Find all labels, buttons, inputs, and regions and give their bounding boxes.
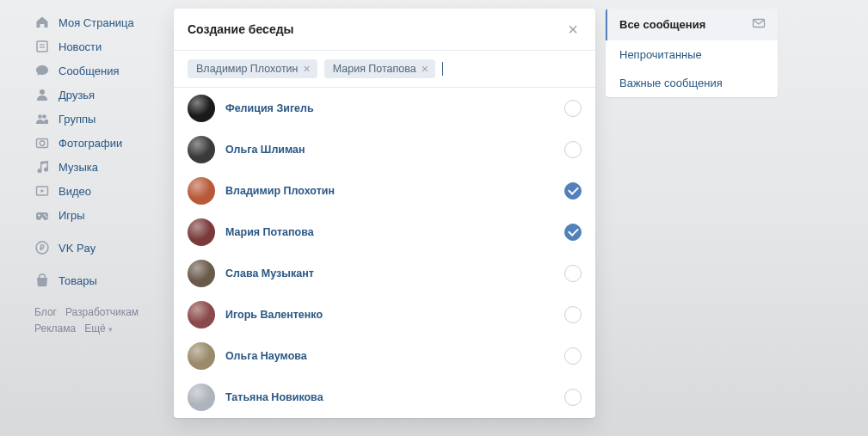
footer-ads[interactable]: Реклама xyxy=(34,322,76,335)
filter-item[interactable]: Все сообщения xyxy=(606,9,778,40)
friend-row[interactable]: Ольга Наумова xyxy=(174,335,595,377)
friend-checkbox[interactable] xyxy=(564,100,582,117)
chip-label: Мария Потапова xyxy=(333,63,416,75)
filter-item[interactable]: Важные сообщения xyxy=(606,69,778,97)
modal-header: Создание беседы × xyxy=(174,9,595,51)
friend-checkbox[interactable] xyxy=(564,347,582,365)
nav-item-friends[interactable]: Друзья xyxy=(34,83,163,107)
nav-label: Группы xyxy=(58,113,95,126)
photos-icon xyxy=(34,135,50,150)
mail-icon xyxy=(752,16,766,33)
friend-checkbox[interactable] xyxy=(564,224,582,241)
nav-label: Сообщения xyxy=(58,64,120,77)
svg-point-3 xyxy=(40,89,45,95)
friend-checkbox[interactable] xyxy=(564,265,582,282)
groups-icon xyxy=(34,111,50,126)
music-icon xyxy=(34,159,50,175)
chip-remove-icon[interactable]: × xyxy=(304,63,311,75)
friend-checkbox[interactable] xyxy=(564,306,582,323)
nav-item-photos[interactable]: Фотографии xyxy=(34,131,163,155)
avatar xyxy=(188,177,215,205)
friend-name: Игорь Валентенко xyxy=(225,309,554,321)
nav-label: Игры xyxy=(58,209,85,222)
nav-label: Товары xyxy=(58,274,97,287)
games-icon xyxy=(34,207,50,223)
avatar xyxy=(188,260,215,287)
messages-icon xyxy=(34,63,50,78)
home-icon xyxy=(34,15,50,30)
avatar xyxy=(188,342,215,370)
footer-links: Блог Разработчикам Реклама Ещё▾ xyxy=(34,304,163,337)
nav-market[interactable]: Товары xyxy=(34,268,163,292)
sidebar-nav: Моя СтраницаНовостиСообщенияДрузьяГруппы… xyxy=(34,9,163,418)
filter-item[interactable]: Непрочитанные xyxy=(606,40,778,69)
filter-label: Непрочитанные xyxy=(619,48,702,61)
friend-row[interactable]: Слава Музыкант xyxy=(174,253,595,294)
nav-label: Новости xyxy=(58,40,102,53)
nav-label: Музыка xyxy=(58,161,98,174)
friend-name: Фелиция Зигель xyxy=(225,102,554,114)
create-chat-modal: Создание беседы × Владимир Плохотин×Мари… xyxy=(174,9,595,418)
chevron-down-icon: ▾ xyxy=(108,323,113,335)
avatar xyxy=(188,218,215,246)
svg-point-7 xyxy=(40,141,45,146)
avatar xyxy=(188,384,215,411)
footer-devs[interactable]: Разработчикам xyxy=(65,306,139,318)
nav-label: Фотографии xyxy=(58,137,122,150)
friends-list: Фелиция ЗигельОльга ШлиманВладимир Плохо… xyxy=(174,88,595,418)
nav-item-messages[interactable]: Сообщения xyxy=(34,58,163,83)
friend-name: Слава Музыкант xyxy=(225,267,554,279)
footer-blog[interactable]: Блог xyxy=(34,306,57,318)
filter-label: Важные сообщения xyxy=(619,77,723,89)
chip-remove-icon[interactable]: × xyxy=(422,63,428,75)
selected-chip: Мария Потапова× xyxy=(324,59,435,78)
footer-more[interactable]: Ещё xyxy=(84,322,106,335)
friend-checkbox[interactable] xyxy=(564,389,582,406)
video-icon xyxy=(34,183,50,199)
avatar xyxy=(188,136,215,163)
friend-name: Татьяна Новикова xyxy=(225,391,554,403)
nav-item-video[interactable]: Видео xyxy=(34,179,163,203)
friend-row[interactable]: Мария Потапова xyxy=(174,212,595,253)
close-icon[interactable]: × xyxy=(564,21,582,38)
nav-item-groups[interactable]: Группы xyxy=(34,107,163,131)
svg-rect-0 xyxy=(37,41,47,52)
friend-name: Мария Потапова xyxy=(225,226,554,238)
message-filters: Все сообщенияНепрочитанныеВажные сообщен… xyxy=(606,9,778,97)
filter-label: Все сообщения xyxy=(619,18,705,31)
chip-input-cursor[interactable] xyxy=(442,62,443,76)
bag-icon xyxy=(34,273,50,288)
chip-label: Владимир Плохотин xyxy=(196,63,299,75)
svg-rect-6 xyxy=(37,139,48,148)
selected-chip: Владимир Плохотин× xyxy=(188,59,317,78)
nav-label: Видео xyxy=(58,185,91,198)
svg-text:₽: ₽ xyxy=(40,243,45,252)
nav-vkpay[interactable]: ₽ VK Pay xyxy=(34,236,163,260)
avatar xyxy=(188,95,215,122)
friend-name: Ольга Шлиман xyxy=(225,144,554,156)
nav-label: Друзья xyxy=(58,89,95,101)
friend-checkbox[interactable] xyxy=(564,182,582,200)
friend-row[interactable]: Татьяна Новикова xyxy=(174,377,595,418)
news-icon xyxy=(34,39,50,54)
friend-row[interactable]: Фелиция Зигель xyxy=(174,88,595,129)
friend-name: Владимир Плохотин xyxy=(225,185,554,197)
avatar xyxy=(188,301,215,329)
selected-chips-row[interactable]: Владимир Плохотин×Мария Потапова× xyxy=(174,51,595,88)
svg-point-5 xyxy=(42,114,46,119)
nav-label: VK Pay xyxy=(58,242,95,255)
svg-point-4 xyxy=(38,114,42,119)
nav-label: Моя Страница xyxy=(58,16,134,29)
ruble-icon: ₽ xyxy=(34,240,50,255)
friend-row[interactable]: Игорь Валентенко xyxy=(174,294,595,335)
nav-item-games[interactable]: Игры xyxy=(34,203,163,227)
nav-item-music[interactable]: Музыка xyxy=(34,155,163,179)
nav-item-home[interactable]: Моя Страница xyxy=(34,10,163,34)
friend-row[interactable]: Ольга Шлиман xyxy=(174,129,595,170)
nav-item-news[interactable]: Новости xyxy=(34,34,163,58)
modal-title: Создание беседы xyxy=(188,22,294,36)
friend-checkbox[interactable] xyxy=(564,141,582,158)
friend-name: Ольга Наумова xyxy=(225,350,554,362)
friend-row[interactable]: Владимир Плохотин xyxy=(174,170,595,212)
friends-icon xyxy=(34,87,50,102)
